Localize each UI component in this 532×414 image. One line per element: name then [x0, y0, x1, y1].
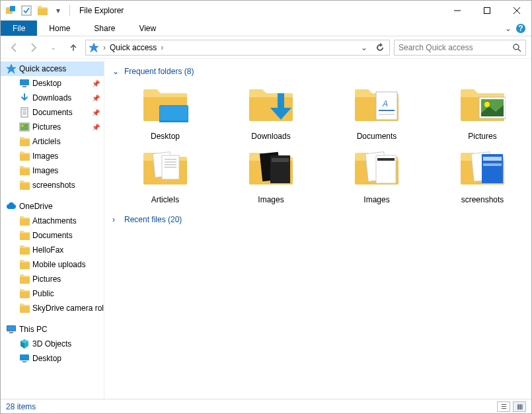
- tree-item-this-pc[interactable]: This PC: [1, 322, 104, 337]
- svg-line-23: [518, 49, 521, 52]
- tree-item[interactable]: Desktop: [1, 351, 104, 366]
- tree-label: Desktop: [32, 354, 61, 363]
- pin-icon: 📌: [92, 124, 100, 131]
- chevron-right-icon[interactable]: ›: [159, 43, 165, 52]
- chevron-down-icon: ⌄: [112, 67, 120, 76]
- tree-item[interactable]: HelloFax: [1, 243, 104, 257]
- chevron-right-icon[interactable]: ›: [102, 43, 107, 52]
- close-button[interactable]: [502, 1, 531, 21]
- ribbon: File Home Share View ⌄: [1, 21, 531, 36]
- tree-item-icon: [19, 107, 30, 118]
- group-header-frequent[interactable]: ⌄ Frequent folders (8): [112, 67, 523, 76]
- minimize-button[interactable]: [442, 1, 472, 21]
- tree-item[interactable]: 3D Objects: [1, 337, 104, 351]
- folder-item[interactable]: A Documents: [337, 83, 416, 141]
- folder-item[interactable]: Desktop: [126, 83, 205, 141]
- folder-label: Images: [258, 195, 284, 204]
- search-box[interactable]: [394, 40, 526, 56]
- details-view-button[interactable]: ☰: [497, 401, 510, 412]
- tree-item[interactable]: Downloads📌: [1, 91, 104, 105]
- folder-icon: [19, 230, 30, 241]
- folder-item[interactable]: ArticleIs: [126, 146, 205, 204]
- tree-item[interactable]: Images: [1, 163, 104, 178]
- search-input[interactable]: [399, 43, 512, 52]
- qat-newfolder-icon[interactable]: [35, 3, 50, 18]
- qat-dropdown-icon[interactable]: ▾: [51, 3, 65, 18]
- pin-icon: 📌: [92, 80, 100, 87]
- breadcrumb[interactable]: Quick access: [110, 43, 157, 52]
- tree-item[interactable]: Images: [1, 149, 104, 163]
- tree-item[interactable]: screenshots: [1, 178, 104, 192]
- folder-icon: [19, 259, 30, 270]
- refresh-icon[interactable]: [373, 41, 387, 54]
- tree-label: HelloFax: [32, 245, 63, 255]
- forward-button[interactable]: [26, 40, 42, 56]
- folder-item[interactable]: Pictures: [443, 83, 522, 141]
- svg-text:A: A: [382, 99, 388, 108]
- folder-item[interactable]: Downloads: [231, 83, 311, 141]
- tree-item[interactable]: Mobile uploads: [1, 257, 104, 272]
- tree-item[interactable]: ArticleIs: [1, 134, 104, 149]
- tree-item-onedrive[interactable]: OneDrive: [1, 199, 104, 214]
- tree-label: Pictures: [32, 122, 61, 132]
- tree-item[interactable]: Pictures: [1, 272, 104, 286]
- tree-item[interactable]: Pictures📌: [1, 120, 104, 134]
- folder-label: Desktop: [151, 132, 180, 141]
- tree-label: 3D Objects: [32, 339, 71, 349]
- expand-ribbon-icon[interactable]: ⌄: [505, 24, 512, 33]
- tree-label: Documents: [32, 231, 73, 240]
- tree-item[interactable]: Documents: [1, 228, 104, 243]
- folder-label: Documents: [357, 132, 397, 141]
- pin-icon: 📌: [92, 109, 100, 116]
- tree-label: Pictures: [32, 274, 61, 284]
- folder-label: Images: [363, 195, 389, 204]
- tree-item-quick-access[interactable]: Quick access: [1, 62, 104, 76]
- address-bar[interactable]: › Quick access › ⌄: [85, 40, 390, 56]
- folder-label: screenshots: [461, 195, 504, 204]
- tab-file[interactable]: File: [1, 21, 37, 36]
- folder-item[interactable]: Images: [231, 146, 311, 204]
- tree-item[interactable]: Public: [1, 286, 104, 301]
- folder-item[interactable]: Images: [337, 146, 416, 204]
- tree-label: Images: [32, 166, 58, 175]
- svg-point-32: [484, 102, 490, 107]
- tree-item-icon: [19, 122, 30, 132]
- app-icon: [3, 3, 18, 18]
- group-header-recent[interactable]: › Recent files (20): [112, 215, 523, 224]
- back-button[interactable]: [6, 40, 22, 56]
- folder-icon: [19, 245, 30, 255]
- folder-icon: [244, 146, 298, 191]
- help-icon[interactable]: [515, 23, 526, 34]
- tab-view[interactable]: View: [127, 21, 168, 36]
- tab-home[interactable]: Home: [37, 21, 82, 36]
- icons-view-button[interactable]: ▦: [513, 401, 526, 412]
- tree-item[interactable]: Desktop📌: [1, 76, 104, 91]
- svg-rect-47: [483, 157, 502, 161]
- folder-icon: [350, 146, 404, 191]
- pc-icon: [6, 324, 17, 335]
- pin-icon: 📌: [92, 95, 100, 102]
- recent-locations-button[interactable]: ⌄: [46, 40, 61, 56]
- tree-item-icon: [19, 353, 30, 364]
- tab-share[interactable]: Share: [82, 21, 127, 36]
- group-title: Frequent folders (8): [124, 67, 194, 76]
- svg-point-22: [513, 44, 519, 50]
- tree-item[interactable]: SkyDrive camera roll: [1, 301, 104, 315]
- group-title: Recent files (20): [124, 215, 182, 224]
- tree-item[interactable]: Documents📌: [1, 105, 104, 120]
- maximize-button[interactable]: [472, 1, 502, 21]
- up-button[interactable]: [65, 40, 81, 56]
- status-bar: 28 items ☰ ▦: [1, 399, 531, 413]
- svg-rect-48: [483, 163, 502, 166]
- folder-label: Downloads: [251, 132, 290, 141]
- search-icon[interactable]: [512, 43, 521, 52]
- folder-item[interactable]: screenshots: [443, 146, 522, 204]
- nav-row: ⌄ › Quick access › ⌄: [1, 36, 531, 59]
- tree-item-icon: [19, 136, 30, 147]
- svg-rect-41: [272, 158, 289, 162]
- address-dropdown-icon[interactable]: ⌄: [358, 41, 371, 54]
- tree-label: Desktop: [32, 79, 61, 88]
- tree-item[interactable]: Attachments: [1, 214, 104, 228]
- qat-properties-icon[interactable]: [19, 3, 34, 18]
- tree-item-icon: [19, 93, 30, 103]
